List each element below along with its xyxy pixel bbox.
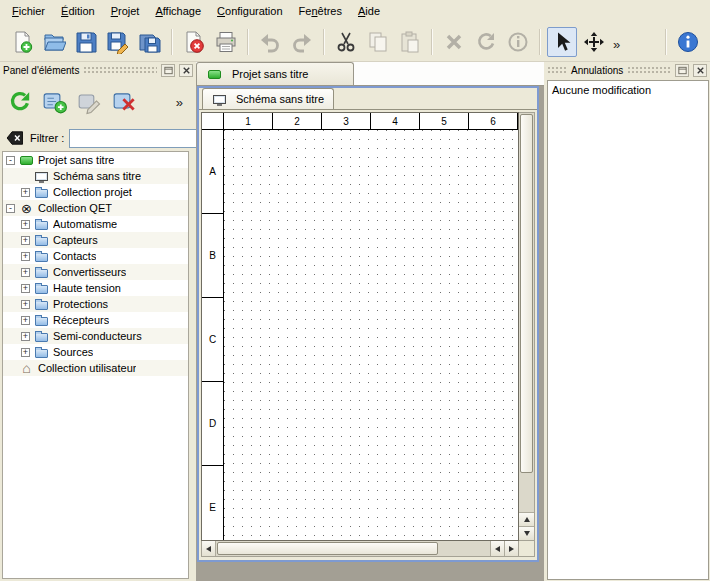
collapse-toggle-icon[interactable]: - — [6, 204, 15, 213]
tree-item[interactable]: +Contacts — [3, 248, 188, 264]
undo-history-list[interactable]: Aucune modification — [547, 80, 709, 580]
tree-item[interactable]: ⌂Collection utilisateur — [3, 360, 188, 376]
vertical-scrollbar-thumb[interactable] — [520, 114, 533, 473]
menu-fichier[interactable]: Fichier — [4, 2, 53, 20]
paste-button[interactable] — [395, 27, 425, 57]
expand-toggle-icon[interactable]: + — [21, 300, 30, 309]
tree-item[interactable]: +Haute tension — [3, 280, 188, 296]
menu-projet[interactable]: Projet — [103, 2, 148, 20]
column-header: 3 — [322, 113, 371, 130]
undo-button[interactable] — [255, 27, 285, 57]
schema-grid[interactable] — [224, 130, 518, 540]
edit-element-button[interactable] — [74, 86, 106, 118]
cut-icon — [334, 30, 358, 54]
scroll-left-button[interactable] — [202, 541, 216, 556]
new-project-button[interactable] — [7, 27, 37, 57]
close-project-button[interactable] — [179, 27, 209, 57]
save-button[interactable] — [71, 27, 101, 57]
tree-item[interactable]: +Collection projet — [3, 184, 188, 200]
tree-item[interactable]: +Automatisme — [3, 216, 188, 232]
copy-button[interactable] — [363, 27, 393, 57]
open-project-button[interactable] — [39, 27, 69, 57]
tree-item[interactable]: -Projet sans titre — [3, 152, 188, 168]
toolbar-overflow-button[interactable]: » — [610, 37, 623, 52]
menu-edition[interactable]: Édition — [53, 2, 103, 20]
vertical-scrollbar-track[interactable] — [519, 474, 534, 512]
print-icon — [214, 30, 238, 54]
column-header: 4 — [371, 113, 420, 130]
clear-filter-button[interactable] — [5, 128, 25, 148]
menu-configuration[interactable]: Configuration — [209, 2, 290, 20]
menu-affichage[interactable]: Affichage — [147, 2, 209, 20]
expand-toggle-icon[interactable]: + — [21, 316, 30, 325]
menu-fenetres[interactable]: Fenêtres — [291, 2, 350, 20]
row-header: C — [202, 298, 224, 382]
delete-button[interactable] — [439, 27, 469, 57]
qelectrotech-window: FichierÉditionProjetAffichageConfigurati… — [0, 0, 710, 581]
float-dock-button[interactable] — [161, 64, 175, 77]
tree-item[interactable]: +Récepteurs — [3, 312, 188, 328]
reload-collections-button[interactable] — [4, 86, 36, 118]
save-all-button[interactable] — [135, 27, 165, 57]
expand-toggle-icon[interactable]: + — [21, 284, 30, 293]
elements-panel-titlebar[interactable]: Panel d'éléments — [0, 62, 196, 79]
close-dock-button[interactable] — [179, 64, 193, 77]
new-element-button[interactable] — [39, 86, 71, 118]
schema-column-headers: 123456 — [224, 113, 518, 130]
expand-toggle-icon[interactable]: + — [21, 236, 30, 245]
open-folder-icon — [42, 30, 66, 54]
folder-icon — [34, 265, 49, 279]
tree-item[interactable]: +Sources — [3, 344, 188, 360]
folder-icon — [34, 281, 49, 295]
about-button[interactable] — [673, 27, 703, 57]
rotate-button[interactable] — [471, 27, 501, 57]
tree-item-label: Semi-conducteurs — [53, 330, 142, 342]
collapse-toggle-icon[interactable]: - — [6, 156, 15, 165]
tree-item[interactable]: +Convertisseurs — [3, 264, 188, 280]
float-dock-button[interactable] — [675, 64, 689, 77]
delete-element-button[interactable] — [109, 86, 141, 118]
print-button[interactable] — [211, 27, 241, 57]
schema-sheet[interactable]: 123456 ABCDE — [201, 112, 519, 541]
project-tab[interactable]: Projet sans titre — [196, 62, 354, 85]
tree-item[interactable]: Schéma sans titre — [3, 168, 188, 184]
scroll-up-button[interactable] — [519, 512, 534, 526]
expand-toggle-icon[interactable]: + — [21, 220, 30, 229]
tree-item[interactable]: +Protections — [3, 296, 188, 312]
tree-item[interactable]: -⊗Collection QET — [3, 200, 188, 216]
pan-mode-button[interactable] — [579, 27, 609, 57]
edit-element-icon — [77, 89, 103, 115]
scroll-down-button[interactable] — [519, 526, 534, 540]
expand-toggle-icon[interactable]: + — [21, 268, 30, 277]
undo-icon — [258, 30, 282, 54]
column-header: 6 — [469, 113, 518, 130]
select-mode-button[interactable] — [547, 27, 577, 57]
folder-icon — [34, 345, 49, 359]
scroll-right-button[interactable] — [504, 541, 518, 556]
folder-icon — [34, 233, 49, 247]
vertical-scrollbar[interactable] — [519, 112, 535, 541]
tree-item-label: Haute tension — [53, 282, 121, 294]
horizontal-scrollbar[interactable] — [201, 541, 519, 557]
properties-button[interactable] — [503, 27, 533, 57]
tree-item[interactable]: +Semi-conducteurs — [3, 328, 188, 344]
menu-aide[interactable]: Aide — [350, 2, 388, 20]
horizontal-scrollbar-thumb[interactable] — [217, 542, 438, 555]
schema-tab-label: Schéma sans titre — [236, 93, 324, 105]
redo-button[interactable] — [287, 27, 317, 57]
schema-tab[interactable]: Schéma sans titre — [202, 88, 334, 109]
cut-button[interactable] — [331, 27, 361, 57]
undo-dock-titlebar[interactable]: Annulations — [544, 62, 710, 79]
expand-toggle-icon[interactable]: + — [21, 252, 30, 261]
expand-toggle-icon[interactable]: + — [21, 332, 30, 341]
pointer-icon — [550, 30, 574, 54]
close-dock-button[interactable] — [693, 64, 707, 77]
tree-item-label: Collection projet — [53, 186, 132, 198]
scroll-left-end-button[interactable] — [490, 541, 504, 556]
horizontal-scrollbar-track[interactable] — [439, 541, 490, 556]
save-as-button[interactable] — [103, 27, 133, 57]
expand-toggle-icon[interactable]: + — [21, 188, 30, 197]
toolbar-overflow-button[interactable]: » — [173, 95, 186, 110]
expand-toggle-icon[interactable]: + — [21, 348, 30, 357]
tree-item[interactable]: +Capteurs — [3, 232, 188, 248]
